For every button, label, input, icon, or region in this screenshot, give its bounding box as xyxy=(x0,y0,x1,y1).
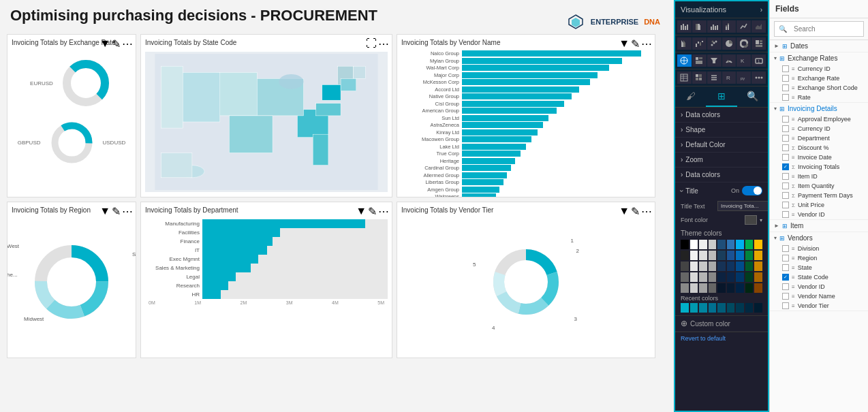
theme-color-cell[interactable] xyxy=(745,251,754,260)
field-checkbox[interactable] xyxy=(782,75,789,82)
theme-color-cell[interactable] xyxy=(736,240,744,249)
filter-icon2[interactable]: ▼ xyxy=(619,37,630,50)
theme-color-cell[interactable] xyxy=(736,283,744,293)
python-btn[interactable]: py xyxy=(737,72,751,84)
theme-color-cell[interactable] xyxy=(690,251,698,260)
dept-filters[interactable]: ▼ ✎ ⋯ xyxy=(356,205,389,218)
recent-color-cell[interactable] xyxy=(699,303,707,313)
theme-color-cell[interactable] xyxy=(754,272,762,282)
gauge-btn[interactable] xyxy=(722,54,737,67)
field-group-header[interactable]: ▾ ⊞ Invoicing Details xyxy=(770,103,868,114)
theme-color-cell[interactable] xyxy=(709,240,717,249)
funnel-btn[interactable] xyxy=(707,54,722,67)
recent-color-cell[interactable] xyxy=(754,303,762,313)
theme-color-cell[interactable] xyxy=(690,283,698,293)
more-icon2[interactable]: ⋯ xyxy=(378,37,389,50)
theme-color-cell[interactable] xyxy=(727,251,735,260)
field-group-header[interactable]: ► ⊞ Item xyxy=(770,220,868,232)
line-chart-btn[interactable] xyxy=(737,20,751,33)
card-btn[interactable]: 1 xyxy=(751,54,766,67)
viz-chevron-icon[interactable]: › xyxy=(760,6,762,14)
format-fields-tab[interactable]: ⊞ xyxy=(706,86,737,107)
theme-color-cell[interactable] xyxy=(699,240,707,249)
theme-color-cell[interactable] xyxy=(717,283,726,293)
field-checkbox[interactable] xyxy=(782,163,789,170)
col-chart-btn[interactable] xyxy=(707,20,722,33)
data-colors-top-header[interactable]: › Data colors xyxy=(675,108,768,122)
more-icon6[interactable]: ⋯ xyxy=(641,205,652,218)
field-group-header[interactable]: ▾ ⊞ Exchange Rates xyxy=(770,52,868,64)
theme-color-cell[interactable] xyxy=(754,283,762,293)
edit-icon[interactable]: ✎ xyxy=(112,37,121,50)
field-checkbox[interactable] xyxy=(782,116,789,123)
vendor-filters[interactable]: ▼ ✎ ⋯ xyxy=(619,37,652,50)
edit-icon2[interactable]: ✎ xyxy=(631,37,640,50)
more-icon4[interactable]: ⋯ xyxy=(122,205,133,218)
filter-icon3[interactable]: ▼ xyxy=(99,205,110,218)
theme-color-cell[interactable] xyxy=(699,272,707,282)
theme-color-cell[interactable] xyxy=(727,240,735,249)
recent-color-cell[interactable] xyxy=(681,303,689,313)
filter-icon5[interactable]: ▼ xyxy=(619,205,630,218)
theme-color-cell[interactable] xyxy=(745,283,754,293)
theme-color-cell[interactable] xyxy=(681,262,689,271)
theme-color-cell[interactable] xyxy=(699,262,707,271)
recent-color-cell[interactable] xyxy=(709,303,717,313)
theme-color-cell[interactable] xyxy=(727,272,735,282)
field-checkbox[interactable] xyxy=(782,154,789,161)
filter-icon4[interactable]: ▼ xyxy=(356,205,367,218)
edit-icon4[interactable]: ✎ xyxy=(368,205,377,218)
theme-color-cell[interactable] xyxy=(690,240,698,249)
edit-icon3[interactable]: ✎ xyxy=(112,205,121,218)
waterfall-btn[interactable] xyxy=(692,37,707,50)
field-checkbox[interactable] xyxy=(782,183,789,189)
table-btn[interactable] xyxy=(677,72,692,84)
theme-color-cell[interactable] xyxy=(717,272,726,282)
zoom-header[interactable]: › Zoom xyxy=(675,153,768,167)
more-icon3[interactable]: ⋯ xyxy=(641,37,652,50)
state-code-filters[interactable]: ⛶ ⋯ xyxy=(366,37,389,50)
stacked-col-btn[interactable] xyxy=(722,20,737,33)
shape-header[interactable]: › Shape xyxy=(675,123,768,137)
theme-color-cell[interactable] xyxy=(754,251,762,260)
field-checkbox[interactable] xyxy=(782,202,789,208)
title-section-header[interactable]: › Title On xyxy=(675,183,768,199)
filter-icon[interactable]: ▼ xyxy=(99,37,110,50)
theme-color-cell[interactable] xyxy=(736,272,744,282)
region-filters[interactable]: ▼ ✎ ⋯ xyxy=(99,205,133,218)
theme-color-cell[interactable] xyxy=(681,251,689,260)
field-checkbox[interactable] xyxy=(782,274,789,281)
theme-color-cell[interactable] xyxy=(709,262,717,271)
stacked-bar-btn[interactable] xyxy=(692,20,707,33)
recent-color-cell[interactable] xyxy=(717,303,726,313)
theme-color-cell[interactable] xyxy=(754,262,762,271)
pie-btn[interactable] xyxy=(722,37,737,50)
matrix-btn[interactable] xyxy=(692,72,707,84)
title-text-input[interactable] xyxy=(717,201,768,211)
field-checkbox[interactable] xyxy=(782,283,789,290)
fields-search-input[interactable] xyxy=(790,23,859,35)
map-btn[interactable] xyxy=(677,54,692,67)
theme-color-cell[interactable] xyxy=(690,272,698,282)
slicer-btn[interactable] xyxy=(707,72,722,84)
theme-color-cell[interactable] xyxy=(754,240,762,249)
field-checkbox[interactable] xyxy=(782,173,789,180)
field-checkbox[interactable] xyxy=(782,293,789,300)
field-checkbox[interactable] xyxy=(782,192,789,199)
title-toggle[interactable] xyxy=(742,186,762,195)
field-checkbox[interactable] xyxy=(782,135,789,142)
edit-icon5[interactable]: ✎ xyxy=(631,205,640,218)
theme-color-cell[interactable] xyxy=(709,283,717,293)
theme-color-cell[interactable] xyxy=(717,262,726,271)
field-checkbox[interactable] xyxy=(782,65,789,72)
donut-btn[interactable] xyxy=(737,37,751,50)
data-colors-bottom-header[interactable]: › Data colors xyxy=(675,168,768,182)
kpi-btn[interactable]: K xyxy=(737,54,751,67)
field-checkbox[interactable] xyxy=(782,255,789,262)
bar-chart-btn[interactable] xyxy=(677,20,692,33)
field-checkbox[interactable] xyxy=(782,302,789,309)
r-visual-btn[interactable]: R xyxy=(722,72,737,84)
theme-color-cell[interactable] xyxy=(736,262,744,271)
field-checkbox[interactable] xyxy=(782,264,789,271)
theme-color-cell[interactable] xyxy=(727,262,735,271)
